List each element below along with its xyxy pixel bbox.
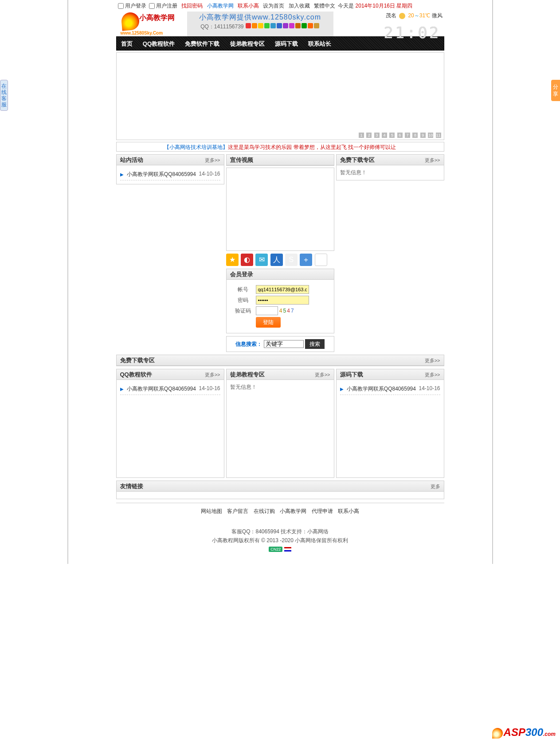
- slider-page[interactable]: 1: [359, 133, 364, 138]
- nav-contact[interactable]: 联系站长: [304, 37, 336, 51]
- hero-slider[interactable]: 1 2 3 4 5 6 7 8 9 10 11: [116, 52, 444, 140]
- sethome-link[interactable]: 设为首页: [263, 3, 284, 9]
- top-bar: 用户登录 用户注册 找回密码 小高教学网 联系小高 设为首页 加入收藏 繁體中文…: [116, 0, 444, 10]
- item-link[interactable]: 小高教学网联系QQ84065994: [347, 386, 416, 392]
- label-password: 密码: [232, 296, 254, 305]
- footlink-contact[interactable]: 联系小高: [338, 508, 359, 514]
- empty-text: 暂无信息！: [230, 384, 257, 390]
- more-link[interactable]: 更多>>: [425, 155, 440, 165]
- slider-page[interactable]: 9: [420, 133, 426, 138]
- more-link[interactable]: 更多>>: [205, 155, 220, 165]
- share-more-icon[interactable]: ＋: [300, 254, 312, 266]
- share-qzone-icon[interactable]: ★: [226, 254, 239, 266]
- marquee: 【小高网络技术培训基地】这里是菜鸟学习技术的乐园 带着梦想，从这里起飞 找一个好…: [116, 142, 444, 152]
- slider-page[interactable]: 11: [436, 133, 441, 138]
- header: 小高教学网 www.12580Sky.Com 小高教学网提供www.12580s…: [116, 10, 444, 36]
- register-checkbox[interactable]: [149, 3, 155, 9]
- footlink-guestbook[interactable]: 客户留言: [227, 508, 248, 514]
- footlink-site[interactable]: 小高教学网: [280, 508, 306, 514]
- more-link[interactable]: 更多>>: [425, 355, 440, 366]
- slider-page[interactable]: 6: [397, 133, 403, 138]
- logo[interactable]: 小高教学网 www.12580Sky.Com: [118, 12, 184, 36]
- item-link[interactable]: 小高教学网联系QQ84065994: [127, 171, 196, 177]
- nav-home[interactable]: 首页: [117, 37, 137, 51]
- nav-source[interactable]: 源码下载: [270, 37, 302, 51]
- more-link[interactable]: 更多: [431, 481, 440, 492]
- today-date: 2014年10月16日: [356, 3, 395, 9]
- site-link[interactable]: 小高教学网: [207, 3, 234, 9]
- nav-tudi[interactable]: 徒弟教程专区: [226, 37, 269, 51]
- captcha-image[interactable]: 4547: [279, 308, 295, 314]
- slider-page[interactable]: 8: [412, 133, 418, 138]
- label-username: 帐号: [232, 285, 254, 294]
- lang-badge: CN22: [269, 547, 282, 552]
- today-prefix: 今天是: [338, 3, 354, 9]
- search-button[interactable]: 搜索: [305, 339, 325, 349]
- slider-page[interactable]: 10: [428, 133, 433, 138]
- bullet-icon: ▶: [120, 172, 124, 177]
- list-item[interactable]: ▶ 小高教学网联系QQ84065994 14-10-16: [120, 169, 220, 180]
- login-checkbox[interactable]: [118, 3, 124, 9]
- slider-page[interactable]: 3: [374, 133, 380, 138]
- clock: 21:02: [384, 20, 440, 45]
- trad-link[interactable]: 繁體中文: [314, 3, 335, 9]
- panel-title: 友情链接: [120, 483, 143, 489]
- more-link[interactable]: 更多>>: [315, 369, 330, 380]
- slider-page[interactable]: 7: [405, 133, 410, 138]
- findpwd-link[interactable]: 找回密码: [181, 3, 203, 9]
- slider-page[interactable]: 5: [389, 133, 395, 138]
- share-sohu-icon[interactable]: S: [285, 254, 298, 266]
- footer: 客服QQ：84065994 技术支持：小高网络 小高教程网版权所有 © 2013…: [116, 520, 444, 564]
- video-box[interactable]: [226, 168, 334, 251]
- share-tqq-icon[interactable]: ✉: [255, 254, 268, 266]
- empty-text: 暂无信息！: [340, 169, 367, 176]
- header-banner[interactable]: 小高教学网提供www.12580sky.com QQ：1411156739: [187, 12, 333, 36]
- list-item[interactable]: ▶ 小高教学网联系QQ84065994 14-10-16: [340, 383, 440, 395]
- register-link[interactable]: 用户注册: [156, 3, 177, 9]
- password-input[interactable]: [256, 296, 309, 305]
- nav-qq[interactable]: QQ教程软件: [138, 37, 179, 51]
- online-support-tab[interactable]: 在线客服: [0, 80, 8, 111]
- panel-title: 会员登录: [230, 271, 253, 278]
- panel-tudi: 徒弟教程专区更多>> 暂无信息！: [226, 369, 334, 478]
- logo-text-en: www.12580Sky.Com: [121, 31, 163, 35]
- search-input[interactable]: [264, 340, 304, 348]
- footlink-order[interactable]: 在线订购: [254, 508, 275, 514]
- panel-title: 宣传视频: [230, 156, 253, 163]
- marquee-tag: 【小高网络技术培训基地】: [164, 144, 228, 150]
- item-date: 14-10-16: [419, 385, 440, 391]
- slider-page[interactable]: 2: [366, 133, 372, 138]
- item-date: 14-10-16: [199, 385, 220, 391]
- list-item[interactable]: ▶ 小高教学网联系QQ84065994 14-10-16: [120, 383, 220, 395]
- item-link[interactable]: 小高教学网联系QQ84065994: [127, 386, 196, 392]
- panel-freedl: 免费下载专区更多>> 暂无信息！: [336, 154, 444, 180]
- slider-page[interactable]: 4: [382, 133, 387, 138]
- login-link[interactable]: 用户登录: [125, 3, 146, 9]
- footlink-sitemap[interactable]: 网站地图: [201, 508, 222, 514]
- footer-line1: 客服QQ：84065994 技术支持：小高网络: [116, 528, 444, 536]
- footlink-agent[interactable]: 代理申请: [312, 508, 333, 514]
- banner-qq: QQ：1411156739: [200, 23, 243, 30]
- marquee-text: 这里是菜鸟学习技术的乐园: [228, 144, 292, 150]
- panel-login: 会员登录 帐号 密码 验证码 4547: [226, 269, 334, 333]
- share-bar: ★ ◐ ✉ 人 S ＋ 0: [226, 254, 334, 266]
- logo-flame-icon: [121, 12, 140, 31]
- panel-title: QQ教程软件: [120, 371, 152, 378]
- share-renren-icon[interactable]: 人: [270, 254, 283, 266]
- username-input[interactable]: [256, 285, 309, 294]
- nav-freedl[interactable]: 免费软件下载: [180, 37, 224, 51]
- more-link[interactable]: 更多>>: [205, 369, 220, 380]
- captcha-input[interactable]: [256, 306, 278, 315]
- share-tab[interactable]: 分享: [551, 80, 560, 101]
- share-weibo-icon[interactable]: ◐: [241, 254, 253, 266]
- label-captcha: 验证码: [232, 306, 254, 315]
- bullet-icon: ▶: [120, 387, 124, 391]
- search-label: 信息搜索：: [235, 341, 262, 347]
- login-button[interactable]: 登陆: [256, 317, 281, 328]
- contact-link[interactable]: 联系小高: [238, 3, 259, 9]
- panel-video: 宣传视频: [226, 154, 334, 166]
- addfav-link[interactable]: 加入收藏: [289, 3, 310, 9]
- panel-source: 源码下载更多>> ▶ 小高教学网联系QQ84065994 14-10-16: [336, 369, 444, 478]
- share-count: 0: [315, 254, 327, 266]
- more-link[interactable]: 更多>>: [425, 369, 440, 380]
